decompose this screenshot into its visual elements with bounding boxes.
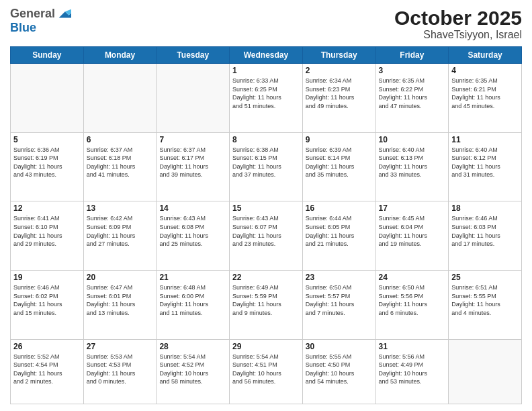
day-info: Sunrise: 6:40 AM Sunset: 6:13 PM Dayligh… xyxy=(379,146,446,179)
day-info: Sunrise: 6:50 AM Sunset: 5:57 PM Dayligh… xyxy=(306,283,373,317)
day-number: 20 xyxy=(87,273,154,282)
day-info: Sunrise: 6:44 AM Sunset: 6:05 PM Dayligh… xyxy=(306,214,373,248)
day-info: Sunrise: 6:49 AM Sunset: 5:59 PM Dayligh… xyxy=(232,283,300,317)
calendar-table: Sunday Monday Tuesday Wednesday Thursday… xyxy=(10,46,522,404)
day-info: Sunrise: 6:35 AM Sunset: 6:22 PM Dayligh… xyxy=(379,77,446,110)
calendar-cell: 13Sunrise: 6:42 AM Sunset: 6:09 PM Dayli… xyxy=(83,201,157,271)
day-info: Sunrise: 6:35 AM Sunset: 6:21 PM Dayligh… xyxy=(451,77,519,110)
day-info: Sunrise: 6:43 AM Sunset: 6:08 PM Dayligh… xyxy=(159,214,226,248)
header-sunday: Sunday xyxy=(11,47,84,64)
day-info: Sunrise: 6:42 AM Sunset: 6:09 PM Dayligh… xyxy=(87,214,154,248)
day-info: Sunrise: 5:52 AM Sunset: 4:54 PM Dayligh… xyxy=(13,353,81,386)
day-number: 14 xyxy=(159,203,226,213)
calendar-cell: 19Sunrise: 6:46 AM Sunset: 6:02 PM Dayli… xyxy=(11,271,84,340)
calendar-week-1: 5Sunrise: 6:36 AM Sunset: 6:19 PM Daylig… xyxy=(11,132,522,201)
day-number: 15 xyxy=(232,203,300,213)
calendar-cell: 29Sunrise: 5:54 AM Sunset: 4:51 PM Dayli… xyxy=(230,339,303,404)
page: General Blue October 2025 ShaveTsiyyon, … xyxy=(0,0,532,411)
day-info: Sunrise: 5:54 AM Sunset: 4:52 PM Dayligh… xyxy=(159,353,226,386)
day-info: Sunrise: 6:45 AM Sunset: 6:04 PM Dayligh… xyxy=(379,214,446,248)
calendar-cell xyxy=(83,64,157,133)
day-number: 6 xyxy=(87,135,154,144)
calendar-cell: 22Sunrise: 6:49 AM Sunset: 5:59 PM Dayli… xyxy=(230,271,303,340)
calendar-cell: 21Sunrise: 6:48 AM Sunset: 6:00 PM Dayli… xyxy=(157,271,230,340)
calendar-cell: 24Sunrise: 6:50 AM Sunset: 5:56 PM Dayli… xyxy=(375,271,449,340)
day-info: Sunrise: 6:38 AM Sunset: 6:15 PM Dayligh… xyxy=(232,146,300,179)
day-info: Sunrise: 6:34 AM Sunset: 6:23 PM Dayligh… xyxy=(306,77,373,110)
day-number: 28 xyxy=(159,342,226,351)
header-saturday: Saturday xyxy=(449,47,522,64)
calendar-cell: 17Sunrise: 6:45 AM Sunset: 6:04 PM Dayli… xyxy=(375,201,449,271)
calendar-cell: 7Sunrise: 6:37 AM Sunset: 6:17 PM Daylig… xyxy=(157,132,230,201)
day-info: Sunrise: 6:51 AM Sunset: 5:55 PM Dayligh… xyxy=(451,283,519,317)
day-number: 8 xyxy=(232,135,300,144)
calendar-cell: 20Sunrise: 6:47 AM Sunset: 6:01 PM Dayli… xyxy=(83,271,157,340)
day-info: Sunrise: 5:54 AM Sunset: 4:51 PM Dayligh… xyxy=(232,353,300,386)
day-info: Sunrise: 6:50 AM Sunset: 5:56 PM Dayligh… xyxy=(379,283,446,317)
day-number: 16 xyxy=(306,203,373,213)
day-number: 21 xyxy=(159,273,226,282)
calendar-cell: 9Sunrise: 6:39 AM Sunset: 6:14 PM Daylig… xyxy=(302,132,375,201)
day-number: 22 xyxy=(232,273,300,282)
day-number: 10 xyxy=(379,135,446,144)
day-info: Sunrise: 6:37 AM Sunset: 6:17 PM Dayligh… xyxy=(159,146,226,179)
calendar-cell: 2Sunrise: 6:34 AM Sunset: 6:23 PM Daylig… xyxy=(302,64,375,133)
calendar-cell xyxy=(157,64,230,133)
day-number: 29 xyxy=(232,342,300,351)
calendar-subtitle: ShaveTsiyyon, Israel xyxy=(394,29,522,41)
day-number: 19 xyxy=(13,273,81,282)
header-monday: Monday xyxy=(83,47,157,64)
calendar-cell: 8Sunrise: 6:38 AM Sunset: 6:15 PM Daylig… xyxy=(230,132,303,201)
day-number: 2 xyxy=(306,66,373,75)
title-block: October 2025 ShaveTsiyyon, Israel xyxy=(394,7,522,41)
calendar-cell: 1Sunrise: 6:33 AM Sunset: 6:25 PM Daylig… xyxy=(230,64,303,133)
calendar-cell: 12Sunrise: 6:41 AM Sunset: 6:10 PM Dayli… xyxy=(11,201,84,271)
day-number: 24 xyxy=(379,273,446,282)
calendar-cell: 18Sunrise: 6:46 AM Sunset: 6:03 PM Dayli… xyxy=(449,201,522,271)
day-number: 23 xyxy=(306,273,373,282)
calendar-cell: 16Sunrise: 6:44 AM Sunset: 6:05 PM Dayli… xyxy=(302,201,375,271)
calendar-cell: 26Sunrise: 5:52 AM Sunset: 4:54 PM Dayli… xyxy=(11,339,84,404)
day-info: Sunrise: 6:46 AM Sunset: 6:02 PM Dayligh… xyxy=(13,283,81,317)
day-number: 31 xyxy=(379,342,446,351)
day-info: Sunrise: 6:47 AM Sunset: 6:01 PM Dayligh… xyxy=(87,283,154,317)
calendar-cell: 27Sunrise: 5:53 AM Sunset: 4:53 PM Dayli… xyxy=(83,339,157,404)
day-info: Sunrise: 6:48 AM Sunset: 6:00 PM Dayligh… xyxy=(159,283,226,317)
logo-general: General xyxy=(10,7,55,21)
day-info: Sunrise: 5:53 AM Sunset: 4:53 PM Dayligh… xyxy=(87,353,154,386)
weekday-header-row: Sunday Monday Tuesday Wednesday Thursday… xyxy=(11,47,522,64)
day-number: 27 xyxy=(87,342,154,351)
day-number: 18 xyxy=(451,203,519,213)
day-number: 30 xyxy=(306,342,373,351)
calendar-cell: 4Sunrise: 6:35 AM Sunset: 6:21 PM Daylig… xyxy=(449,64,522,133)
day-number: 4 xyxy=(451,66,519,75)
day-number: 11 xyxy=(451,135,519,144)
day-info: Sunrise: 6:41 AM Sunset: 6:10 PM Dayligh… xyxy=(13,214,81,248)
day-info: Sunrise: 6:36 AM Sunset: 6:19 PM Dayligh… xyxy=(13,146,81,179)
day-number: 5 xyxy=(13,135,81,144)
header-tuesday: Tuesday xyxy=(157,47,230,64)
day-info: Sunrise: 6:40 AM Sunset: 6:12 PM Dayligh… xyxy=(451,146,519,179)
logo-icon xyxy=(56,7,71,21)
day-info: Sunrise: 6:43 AM Sunset: 6:07 PM Dayligh… xyxy=(232,214,300,248)
header: General Blue October 2025 ShaveTsiyyon, … xyxy=(10,7,522,41)
calendar-week-2: 12Sunrise: 6:41 AM Sunset: 6:10 PM Dayli… xyxy=(11,201,522,271)
calendar-cell xyxy=(449,339,522,404)
day-number: 12 xyxy=(13,203,81,213)
calendar-cell: 11Sunrise: 6:40 AM Sunset: 6:12 PM Dayli… xyxy=(449,132,522,201)
day-number: 9 xyxy=(306,135,373,144)
calendar-cell: 10Sunrise: 6:40 AM Sunset: 6:13 PM Dayli… xyxy=(375,132,449,201)
calendar-cell: 25Sunrise: 6:51 AM Sunset: 5:55 PM Dayli… xyxy=(449,271,522,340)
calendar-cell: 23Sunrise: 6:50 AM Sunset: 5:57 PM Dayli… xyxy=(302,271,375,340)
day-number: 13 xyxy=(87,203,154,213)
day-number: 1 xyxy=(232,66,300,75)
day-info: Sunrise: 6:37 AM Sunset: 6:18 PM Dayligh… xyxy=(87,146,154,179)
day-info: Sunrise: 6:39 AM Sunset: 6:14 PM Dayligh… xyxy=(306,146,373,179)
calendar-cell: 30Sunrise: 5:55 AM Sunset: 4:50 PM Dayli… xyxy=(302,339,375,404)
calendar-cell: 31Sunrise: 5:56 AM Sunset: 4:49 PM Dayli… xyxy=(375,339,449,404)
day-number: 25 xyxy=(451,273,519,282)
calendar-week-4: 26Sunrise: 5:52 AM Sunset: 4:54 PM Dayli… xyxy=(11,339,522,404)
day-info: Sunrise: 5:55 AM Sunset: 4:50 PM Dayligh… xyxy=(306,353,373,386)
day-number: 17 xyxy=(379,203,446,213)
day-info: Sunrise: 6:46 AM Sunset: 6:03 PM Dayligh… xyxy=(451,214,519,248)
